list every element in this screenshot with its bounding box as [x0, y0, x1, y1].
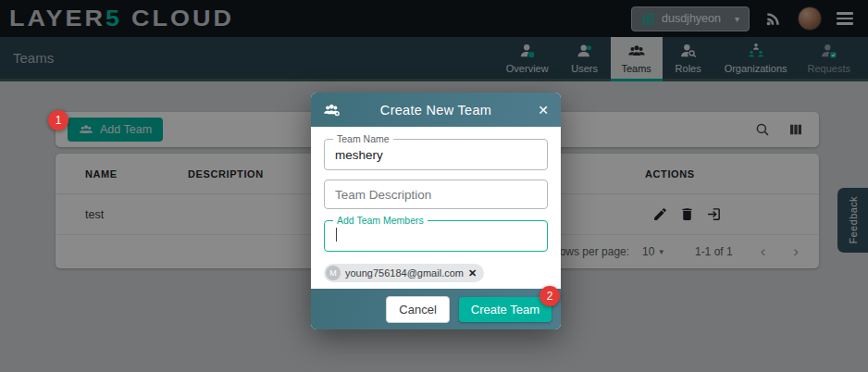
team-description-field [324, 180, 548, 209]
add-team-members-label: Add Team Members [333, 215, 428, 227]
modal-footer: Cancel Create Team [311, 289, 561, 329]
team-name-field: Team Name [324, 139, 548, 170]
cancel-button[interactable]: Cancel [386, 296, 449, 323]
team-name-label: Team Name [333, 133, 393, 145]
create-new-team-modal: Create New Team ✕ Team Name Add Team Mem… [311, 93, 561, 329]
close-icon[interactable]: ✕ [531, 103, 549, 118]
remove-member-icon[interactable]: ✕ [468, 267, 477, 279]
member-avatar: M [326, 266, 341, 280]
add-team-members-field[interactable]: Add Team Members [324, 220, 548, 252]
group-add-icon [323, 101, 341, 118]
member-chip-row: M young756184@gmail.com ✕ [324, 264, 548, 282]
modal-header: Create New Team ✕ [311, 93, 561, 127]
app-screen: LAYER5CLOUD dusdjhyeon ▾ [0, 0, 868, 372]
step-2-badge: 2 [539, 286, 560, 306]
create-team-button[interactable]: Create Team [459, 297, 552, 322]
modal-body: Team Name Add Team Members M young756184… [311, 127, 561, 289]
member-email: young756184@gmail.com [345, 267, 464, 279]
team-description-input[interactable] [325, 180, 547, 208]
text-cursor [336, 228, 337, 242]
step-1-badge: 1 [48, 110, 68, 130]
member-email-chip: M young756184@gmail.com ✕ [324, 264, 484, 282]
modal-title: Create New Team [341, 103, 531, 118]
